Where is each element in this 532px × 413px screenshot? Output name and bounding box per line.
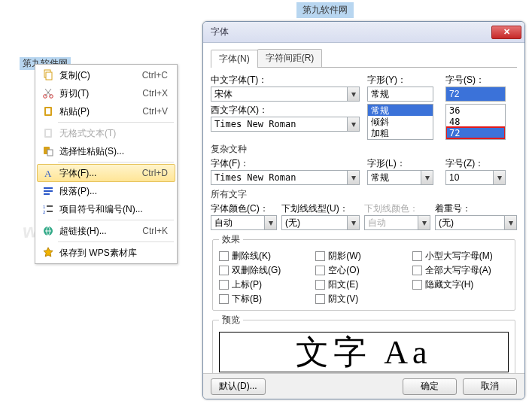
alltext-title: 所有文字 [211,188,517,201]
cancel-button[interactable]: 取消 [463,378,517,395]
size-option[interactable]: 48 [446,116,505,127]
emph-value: (无) [436,217,504,229]
west-font-value: Times New Roman [211,119,347,129]
emph-label: 着重号： [435,202,517,215]
effect-checkbox[interactable]: 阳文(E) [315,278,412,291]
effect-checkbox[interactable]: 空心(O) [315,264,412,277]
chevron-down-icon: ▾ [347,87,359,101]
ulstyle-combo[interactable]: (无) ▾ [281,215,360,230]
svg-rect-1 [46,72,52,80]
menu-item[interactable]: A字体(F)...Ctrl+D [37,164,175,182]
menu-item[interactable]: 选择性粘贴(S)... [37,142,175,160]
preview-sample: 文字 Aa [296,332,431,372]
style-label: 字形(Y)： [367,74,433,87]
chevron-down-icon: ▾ [493,171,505,184]
checkbox-icon [412,266,422,275]
menu-item-shortcut: Ctrl+K [142,226,172,236]
complex-style-combo[interactable]: 常规 ▾ [367,170,433,185]
emph-combo[interactable]: (无) ▾ [435,215,517,230]
checkbox-icon [219,280,229,290]
checkbox-icon [315,251,325,261]
complex-size-combo[interactable]: 10 ▾ [445,170,506,185]
chevron-down-icon: ▾ [347,117,359,131]
effect-checkbox[interactable]: 全部大写字母(A) [412,264,509,277]
west-font-label: 西文字体(X)： [211,104,360,117]
complex-font-label: 字体(F)： [211,157,360,170]
complex-style-value: 常规 [368,172,421,184]
effects-group: 效果 删除线(K)阴影(W)小型大写字母(M)双删除线(G)空心(O)全部大写字… [212,233,515,311]
complex-size-label: 字号(Z)： [445,157,506,170]
number-icon: 12 [40,201,56,217]
size-value: 72 [446,89,505,99]
selpaste-icon [40,143,56,159]
cn-font-value: 宋体 [211,88,347,101]
ulcolor-label: 下划线颜色： [364,202,430,215]
complex-font-value: Times New Roman [211,172,347,183]
button-bar: 默认(D)... 确定 取消 [203,373,524,399]
menu-item-label: 超链接(H)... [59,225,142,238]
effect-label: 阴影(W) [328,250,360,263]
effect-checkbox[interactable]: 小型大写字母(M) [412,250,509,263]
effect-checkbox[interactable]: 隐藏文字(H) [412,278,509,291]
tab-font[interactable]: 字体(N) [211,50,258,68]
svg-text:A: A [44,168,52,179]
titlebar[interactable]: 字体 ✕ [203,22,524,43]
style-listbox[interactable]: 常规倾斜加粗 [367,104,433,140]
menu-item[interactable]: 12项目符号和编号(N)... [37,200,175,218]
copy-icon [40,67,56,84]
style-textbox[interactable]: 常规 [367,87,433,102]
close-icon: ✕ [503,27,510,37]
effect-checkbox[interactable]: 上标(P) [219,278,315,291]
para-icon [40,183,56,199]
default-button[interactable]: 默认(D)... [211,378,266,395]
menu-item[interactable]: 粘贴(P)Ctrl+V [37,102,175,120]
size-option[interactable]: 36 [446,105,505,116]
west-font-combo[interactable]: Times New Roman ▾ [211,117,360,132]
menu-item[interactable]: 复制(C)Ctrl+C [37,66,175,84]
ulstyle-value: (无) [282,217,347,229]
size-label: 字号(S)： [445,74,506,87]
size-textbox[interactable]: 72 [445,87,506,102]
effect-checkbox[interactable]: 阴影(W) [315,250,412,263]
menu-item[interactable]: 超链接(H)...Ctrl+K [37,222,175,240]
cn-font-combo[interactable]: 宋体 ▾ [211,87,360,102]
color-combo[interactable]: 自动 ▾ [211,215,277,230]
size-option[interactable]: 72 [446,127,505,138]
style-option[interactable]: 加粗 [368,127,433,138]
ulcolor-combo: 自动 ▾ [364,215,430,230]
preview-title: 预览 [219,314,243,326]
tabs: 字体(N) 字符间距(R) [211,49,517,68]
effect-checkbox[interactable]: 双删除线(G) [219,264,315,277]
effect-label: 阳文(E) [328,278,358,291]
complex-font-combo[interactable]: Times New Roman ▾ [211,170,360,185]
style-option[interactable]: 倾斜 [368,116,433,127]
cn-font-label: 中文字体(T)： [211,74,360,87]
style-option[interactable]: 常规 [368,105,433,116]
link-icon [40,223,56,239]
menu-item-shortcut: Ctrl+C [142,70,172,80]
effect-label: 上标(P) [232,278,262,291]
checkbox-icon [412,251,422,261]
menu-item-label: 选择性粘贴(S)... [59,145,172,158]
effect-checkbox[interactable]: 阴文(V) [315,293,412,305]
save-icon [40,244,56,261]
svg-rect-5 [46,108,50,114]
ok-button[interactable]: 确定 [403,378,457,395]
effect-checkbox[interactable]: 下标(B) [219,293,315,305]
close-button[interactable]: ✕ [491,26,521,39]
effect-label: 删除线(K) [232,250,271,263]
color-label: 字体颜色(C)： [211,202,277,215]
menu-item-label: 项目符号和编号(N)... [59,203,172,216]
menu-item[interactable]: 段落(P)... [37,182,175,200]
menu-item[interactable]: 保存到 WPS素材库 [37,244,175,262]
menu-item-label: 保存到 WPS素材库 [59,247,172,260]
menu-item-label: 段落(P)... [59,185,172,198]
menu-item-label: 粘贴(P) [59,105,142,118]
effect-checkbox[interactable]: 删除线(K) [219,250,315,263]
size-listbox[interactable]: 364872 [445,104,506,140]
svg-rect-9 [47,150,53,156]
preview-box: 文字 Aa [219,332,509,372]
menu-item[interactable]: 剪切(T)Ctrl+X [37,84,175,102]
tab-spacing[interactable]: 字符间距(R) [257,49,323,67]
ulstyle-label: 下划线线型(U)： [281,202,360,215]
